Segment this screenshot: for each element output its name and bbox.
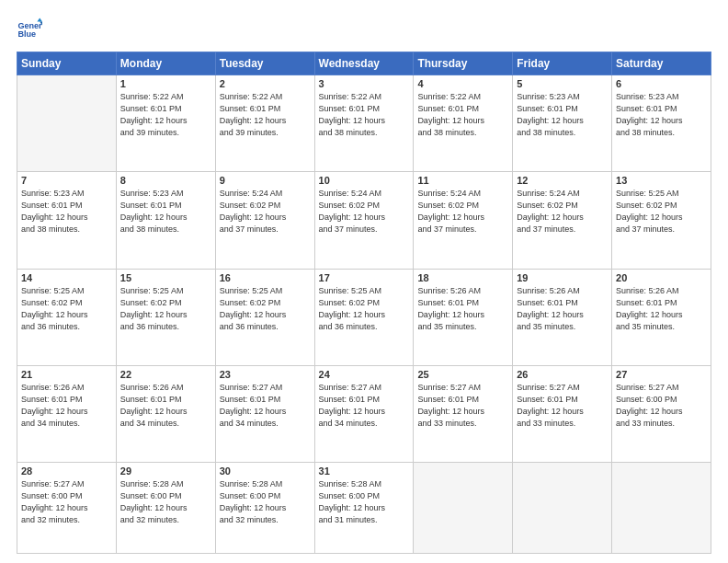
day-number: 20	[616, 272, 707, 283]
day-number: 10	[319, 175, 410, 186]
day-number: 25	[417, 369, 508, 380]
day-info: Sunrise: 5:26 AM Sunset: 6:01 PM Dayligh…	[21, 382, 112, 430]
day-number: 30	[220, 465, 311, 477]
day-info: Sunrise: 5:23 AM Sunset: 6:01 PM Dayligh…	[616, 91, 707, 139]
empty-day	[612, 463, 711, 554]
day-number: 9	[220, 175, 311, 186]
day-number: 4	[417, 78, 508, 89]
day-info: Sunrise: 5:24 AM Sunset: 6:02 PM Dayligh…	[417, 188, 508, 236]
day-number: 3	[319, 78, 410, 89]
calendar-day: 1Sunrise: 5:22 AM Sunset: 6:01 PM Daylig…	[116, 75, 215, 172]
day-of-week-header: Tuesday	[215, 52, 314, 75]
page-header: General Blue	[17, 17, 711, 42]
day-info: Sunrise: 5:28 AM Sunset: 6:00 PM Dayligh…	[120, 478, 211, 526]
day-info: Sunrise: 5:22 AM Sunset: 6:01 PM Dayligh…	[220, 91, 311, 139]
calendar-day: 18Sunrise: 5:26 AM Sunset: 6:01 PM Dayli…	[414, 269, 513, 365]
calendar-day: 19Sunrise: 5:26 AM Sunset: 6:01 PM Dayli…	[513, 269, 612, 365]
calendar-day: 11Sunrise: 5:24 AM Sunset: 6:02 PM Dayli…	[414, 172, 513, 269]
day-info: Sunrise: 5:28 AM Sunset: 6:00 PM Dayligh…	[220, 478, 311, 526]
day-number: 24	[319, 369, 410, 380]
day-number: 28	[21, 465, 112, 477]
logo-icon: General Blue	[17, 17, 42, 42]
day-info: Sunrise: 5:23 AM Sunset: 6:01 PM Dayligh…	[120, 188, 211, 236]
day-number: 29	[120, 465, 211, 477]
calendar-day: 12Sunrise: 5:24 AM Sunset: 6:02 PM Dayli…	[513, 172, 612, 269]
day-of-week-header: Monday	[116, 52, 215, 75]
empty-day	[513, 463, 612, 554]
day-info: Sunrise: 5:27 AM Sunset: 6:01 PM Dayligh…	[220, 382, 311, 430]
day-number: 6	[616, 78, 707, 89]
day-info: Sunrise: 5:25 AM Sunset: 6:02 PM Dayligh…	[319, 285, 410, 333]
day-number: 18	[417, 272, 508, 283]
svg-text:General: General	[17, 21, 42, 30]
day-number: 1	[120, 78, 211, 89]
calendar-day: 8Sunrise: 5:23 AM Sunset: 6:01 PM Daylig…	[116, 172, 215, 269]
day-info: Sunrise: 5:22 AM Sunset: 6:01 PM Dayligh…	[319, 91, 410, 139]
day-of-week-header: Wednesday	[314, 52, 414, 75]
day-number: 2	[220, 78, 311, 89]
day-number: 17	[319, 272, 410, 283]
day-info: Sunrise: 5:26 AM Sunset: 6:01 PM Dayligh…	[616, 285, 707, 333]
calendar-day: 13Sunrise: 5:25 AM Sunset: 6:02 PM Dayli…	[612, 172, 711, 269]
svg-marker-2	[37, 17, 42, 21]
day-number: 5	[517, 78, 608, 89]
calendar-day: 14Sunrise: 5:25 AM Sunset: 6:02 PM Dayli…	[17, 269, 117, 365]
day-info: Sunrise: 5:23 AM Sunset: 6:01 PM Dayligh…	[21, 188, 112, 236]
day-info: Sunrise: 5:26 AM Sunset: 6:01 PM Dayligh…	[517, 285, 608, 333]
calendar-day: 26Sunrise: 5:27 AM Sunset: 6:01 PM Dayli…	[513, 365, 612, 462]
day-number: 14	[21, 272, 112, 283]
day-info: Sunrise: 5:27 AM Sunset: 6:00 PM Dayligh…	[616, 382, 707, 430]
day-info: Sunrise: 5:25 AM Sunset: 6:02 PM Dayligh…	[616, 188, 707, 236]
day-info: Sunrise: 5:25 AM Sunset: 6:02 PM Dayligh…	[220, 285, 311, 333]
calendar-day: 16Sunrise: 5:25 AM Sunset: 6:02 PM Dayli…	[215, 269, 314, 365]
day-info: Sunrise: 5:27 AM Sunset: 6:01 PM Dayligh…	[319, 382, 410, 430]
calendar-day: 9Sunrise: 5:24 AM Sunset: 6:02 PM Daylig…	[215, 172, 314, 269]
day-number: 19	[517, 272, 608, 283]
day-of-week-header: Saturday	[612, 52, 711, 75]
calendar-day: 27Sunrise: 5:27 AM Sunset: 6:00 PM Dayli…	[612, 365, 711, 462]
calendar-day: 15Sunrise: 5:25 AM Sunset: 6:02 PM Dayli…	[116, 269, 215, 365]
calendar-day: 24Sunrise: 5:27 AM Sunset: 6:01 PM Dayli…	[314, 365, 414, 462]
day-info: Sunrise: 5:26 AM Sunset: 6:01 PM Dayligh…	[417, 285, 508, 333]
day-number: 23	[220, 369, 311, 380]
day-info: Sunrise: 5:27 AM Sunset: 6:01 PM Dayligh…	[417, 382, 508, 430]
day-info: Sunrise: 5:27 AM Sunset: 6:00 PM Dayligh…	[21, 478, 112, 526]
calendar-day: 10Sunrise: 5:24 AM Sunset: 6:02 PM Dayli…	[314, 172, 414, 269]
day-of-week-header: Friday	[513, 52, 612, 75]
calendar-day: 22Sunrise: 5:26 AM Sunset: 6:01 PM Dayli…	[116, 365, 215, 462]
day-number: 15	[120, 272, 211, 283]
calendar-day: 30Sunrise: 5:28 AM Sunset: 6:00 PM Dayli…	[215, 463, 314, 554]
day-info: Sunrise: 5:28 AM Sunset: 6:00 PM Dayligh…	[319, 478, 410, 526]
day-number: 11	[417, 175, 508, 186]
day-number: 12	[517, 175, 608, 186]
day-info: Sunrise: 5:25 AM Sunset: 6:02 PM Dayligh…	[120, 285, 211, 333]
calendar-day: 29Sunrise: 5:28 AM Sunset: 6:00 PM Dayli…	[116, 463, 215, 554]
calendar-table: SundayMondayTuesdayWednesdayThursdayFrid…	[17, 52, 711, 554]
day-info: Sunrise: 5:26 AM Sunset: 6:01 PM Dayligh…	[120, 382, 211, 430]
calendar-day: 21Sunrise: 5:26 AM Sunset: 6:01 PM Dayli…	[17, 365, 117, 462]
day-number: 31	[319, 465, 410, 477]
day-info: Sunrise: 5:22 AM Sunset: 6:01 PM Dayligh…	[120, 91, 211, 139]
calendar-day: 2Sunrise: 5:22 AM Sunset: 6:01 PM Daylig…	[215, 75, 314, 172]
day-number: 21	[21, 369, 112, 380]
calendar-day: 28Sunrise: 5:27 AM Sunset: 6:00 PM Dayli…	[17, 463, 117, 554]
day-number: 7	[21, 175, 112, 186]
svg-text:Blue: Blue	[17, 29, 36, 39]
day-info: Sunrise: 5:27 AM Sunset: 6:01 PM Dayligh…	[517, 382, 608, 430]
day-number: 27	[616, 369, 707, 380]
calendar-day: 5Sunrise: 5:23 AM Sunset: 6:01 PM Daylig…	[513, 75, 612, 172]
day-info: Sunrise: 5:22 AM Sunset: 6:01 PM Dayligh…	[417, 91, 508, 139]
empty-day	[414, 463, 513, 554]
empty-day	[17, 75, 117, 172]
day-number: 16	[220, 272, 311, 283]
calendar-day: 31Sunrise: 5:28 AM Sunset: 6:00 PM Dayli…	[314, 463, 414, 554]
calendar-day: 6Sunrise: 5:23 AM Sunset: 6:01 PM Daylig…	[612, 75, 711, 172]
day-info: Sunrise: 5:23 AM Sunset: 6:01 PM Dayligh…	[517, 91, 608, 139]
day-number: 8	[120, 175, 211, 186]
day-number: 26	[517, 369, 608, 380]
day-number: 22	[120, 369, 211, 380]
calendar-day: 3Sunrise: 5:22 AM Sunset: 6:01 PM Daylig…	[314, 75, 414, 172]
calendar-day: 4Sunrise: 5:22 AM Sunset: 6:01 PM Daylig…	[414, 75, 513, 172]
calendar-day: 23Sunrise: 5:27 AM Sunset: 6:01 PM Dayli…	[215, 365, 314, 462]
day-of-week-header: Sunday	[17, 52, 117, 75]
